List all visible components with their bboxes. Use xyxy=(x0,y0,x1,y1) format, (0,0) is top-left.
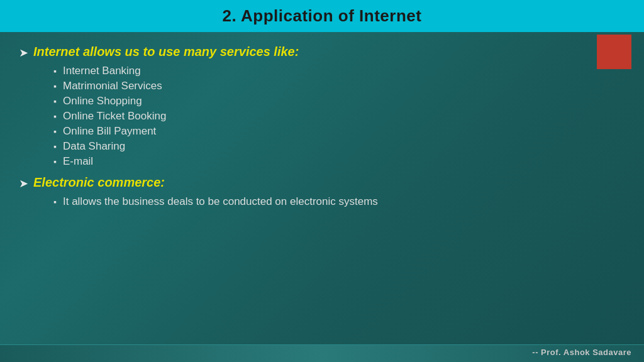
slide-title: 2. Application of Internet xyxy=(223,6,422,25)
list-item: Internet Banking xyxy=(53,63,619,79)
arrow-icon-2: ➤ xyxy=(19,177,28,190)
slide-header: 2. Application of Internet xyxy=(0,0,644,32)
footer-bar: -- Prof. Ashok Sadavare xyxy=(0,344,644,362)
section1-list: Internet Banking Matrimonial Services On… xyxy=(19,63,619,169)
section2-heading: ➤ Electronic commerce: xyxy=(19,175,619,190)
section1-label: Internet allows us to use many services … xyxy=(33,45,299,59)
slide-content: ➤ Internet allows us to use many service… xyxy=(0,32,644,362)
arrow-icon-1: ➤ xyxy=(19,46,28,60)
list-item: Online Ticket Booking xyxy=(53,109,619,124)
list-item: Matrimonial Services xyxy=(53,79,619,94)
red-square-decoration xyxy=(597,35,631,69)
author-credit: -- Prof. Ashok Sadavare xyxy=(532,348,631,357)
section2-list: It allows the business deals to be condu… xyxy=(19,194,619,209)
slide: 2. Application of Internet ➤ Internet al… xyxy=(0,0,644,362)
section1-heading: ➤ Internet allows us to use many service… xyxy=(19,45,619,60)
section2-label: Electronic commerce: xyxy=(33,175,165,190)
list-item: Online Bill Payment xyxy=(53,124,619,139)
list-item: E-mail xyxy=(53,154,619,169)
list-item: It allows the business deals to be condu… xyxy=(53,194,619,209)
list-item: Data Sharing xyxy=(53,139,619,154)
list-item: Online Shopping xyxy=(53,94,619,109)
